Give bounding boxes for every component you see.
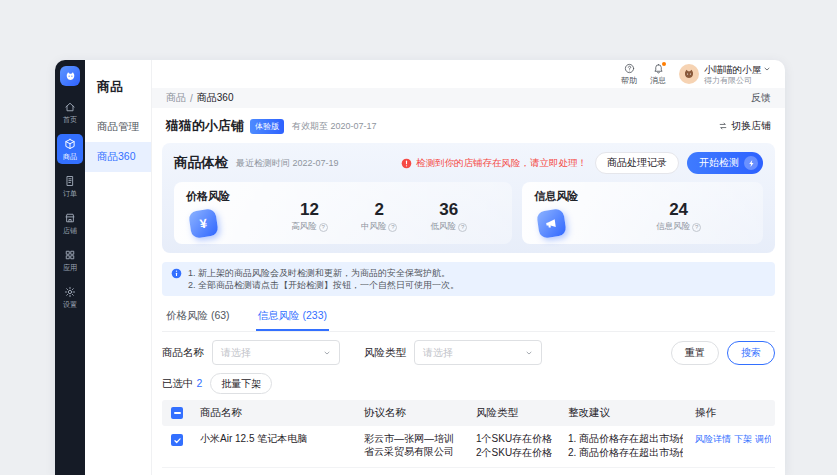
risk-tabs: 价格风险 (63) 信息风险 (233) (162, 302, 775, 332)
tab-price-risk[interactable]: 价格风险 (63) (164, 302, 232, 331)
health-card-actions: 检测到你的店铺存在风险，请立即处理！ 商品处理记录 开始检测 (401, 152, 763, 174)
filter-bar: 商品名称 请选择 风险类型 请选择 重置 搜索 (162, 340, 775, 365)
notice-banner: 1. 新上架的商品风险会及时检测和更新，为商品的安全保驾护航。 2. 全部商品检… (162, 262, 775, 296)
breadcrumb-root[interactable]: 商品 (166, 91, 186, 105)
tab-info-risk[interactable]: 信息风险 (233) (256, 302, 329, 331)
tooltip-question-icon[interactable] (458, 223, 467, 232)
risk-type-label: 风险类型 (364, 346, 406, 360)
page-content: 猫猫的小店铺 体验版 有效期至 2020-07-17 切换店铺 商品体检 最近检… (152, 108, 785, 475)
last-check-time: 最近检测时间 2022-07-19 (236, 157, 339, 170)
sidebar-item-label: 商品 (63, 153, 77, 161)
breadcrumb: 商品 / 商品360 反馈 (152, 88, 785, 108)
avatar (679, 64, 699, 84)
lightning-icon (744, 156, 758, 170)
notice-line: 2. 全部商品检测请点击【开始检测】按钮，一个自然日可使用一次。 (188, 279, 459, 291)
search-button[interactable]: 搜索 (727, 341, 775, 365)
sidebar-item-label: 首页 (63, 116, 77, 124)
check-icon (173, 436, 182, 445)
stat-label: 高风险 (291, 221, 317, 233)
select-all-checkbox[interactable] (171, 407, 183, 419)
messages-label: 消息 (650, 75, 666, 86)
chevron-down-icon (323, 349, 331, 357)
column-header-agreement: 协议名称 (356, 406, 468, 420)
notice-line: 1. 新上架的商品风险会及时检测和更新，为商品的安全保驾护航。 (188, 267, 459, 279)
sidebar-item-orders[interactable]: 订单 (57, 171, 83, 201)
sidebar-item-apps[interactable]: 应用 (57, 245, 83, 275)
sidebar-item-label: 店铺 (63, 227, 77, 235)
price-risk-stats: 12 高风险 2 中风险 (186, 201, 500, 233)
account-menu[interactable]: 小喵喵的小屋 得力有限公司 (679, 64, 771, 85)
stat-value: 24 (669, 201, 688, 219)
price-risk-panel: 价格风险 ¥ 12 高风险 (174, 182, 512, 244)
primary-sidebar: 首页 商品 订单 店铺 应用 设置 (55, 60, 85, 475)
offshelf-link[interactable]: 下架 (734, 432, 752, 446)
price-risk-title: 价格风险 (186, 189, 230, 204)
shop-validity: 有效期至 2020-07-17 (292, 120, 377, 133)
swap-icon (718, 121, 728, 131)
product-name-select[interactable]: 请选择 (212, 340, 340, 365)
order-icon (64, 175, 76, 187)
stat-medium-risk: 2 中风险 (361, 201, 398, 233)
company-name: 得力有限公司 (704, 76, 771, 85)
shop-badge: 体验版 (250, 119, 284, 134)
adjust-price-link[interactable]: 调价 (755, 432, 771, 446)
stat-value: 2 (374, 201, 383, 219)
chevron-down-icon (525, 349, 533, 357)
sidebar-item-settings[interactable]: 设置 (57, 282, 83, 312)
user-name: 小喵喵的小屋 (704, 64, 761, 75)
health-card-title: 商品体检 (174, 154, 228, 172)
tooltip-question-icon[interactable] (319, 223, 328, 232)
sidebar-item-home[interactable]: 首页 (57, 97, 83, 127)
select-placeholder: 请选择 (221, 346, 251, 360)
feedback-link[interactable]: 反馈 (751, 91, 771, 105)
stat-info-risk: 24 信息风险 (656, 201, 701, 233)
start-check-button[interactable]: 开始检测 (687, 152, 763, 174)
process-record-button[interactable]: 商品处理记录 (595, 152, 679, 174)
submenu-item-product-management[interactable]: 商品管理 (85, 112, 151, 142)
messages-button[interactable]: 消息 (650, 63, 666, 86)
home-icon (64, 101, 76, 113)
risk-detail-link[interactable]: 风险详情 (695, 432, 731, 446)
selection-bar: 已选中 2 批量下架 (162, 373, 775, 394)
notice-text: 1. 新上架的商品风险会及时检测和更新，为商品的安全保驾护航。 2. 全部商品检… (188, 267, 459, 291)
breadcrumb-separator: / (190, 93, 193, 104)
selected-count: 2 (196, 377, 202, 389)
products-table: 商品名称 协议名称 风险类型 整改建议 操作 小米Air 12.5 笔记本电脑 … (162, 400, 775, 475)
settings-icon (64, 286, 76, 298)
sidebar-item-label: 订单 (63, 190, 77, 198)
sidebar-item-products[interactable]: 商品 (57, 134, 83, 164)
topbar: 帮助 消息 小喵喵的小屋 得 (152, 60, 785, 88)
batch-offshelf-button[interactable]: 批量下架 (210, 373, 272, 394)
column-header-name: 商品名称 (192, 406, 356, 420)
cat-logo-icon (64, 70, 77, 83)
main-area: 帮助 消息 小喵喵的小屋 得 (152, 60, 785, 475)
product-icon (64, 138, 76, 150)
row-checkbox[interactable] (171, 434, 183, 446)
switch-shop-button[interactable]: 切换店铺 (718, 119, 771, 133)
tooltip-question-icon[interactable] (388, 223, 397, 232)
selected-text: 已选中 2 (162, 377, 202, 391)
agreement-name: 彩云市—张网—培训省云采贸易有限公司 (364, 432, 460, 458)
sidebar-item-shop[interactable]: 店铺 (57, 208, 83, 238)
risk-panels: 价格风险 ¥ 12 高风险 (174, 182, 763, 244)
info-icon (171, 268, 182, 279)
submenu-item-product-360[interactable]: 商品360 (85, 142, 151, 172)
help-button[interactable]: 帮助 (621, 63, 637, 86)
submenu-title: 商品 (85, 72, 151, 112)
reset-button[interactable]: 重置 (671, 341, 719, 365)
risk-type-line: 1个SKU存在价格高风险 (476, 432, 552, 446)
alert-icon (401, 158, 412, 169)
app-logo (60, 66, 80, 86)
risk-type-select[interactable]: 请选择 (414, 340, 542, 365)
stat-high-risk: 12 高风险 (291, 201, 328, 233)
health-card-header: 商品体检 最近检测时间 2022-07-19 检测到你的店铺存在风险，请立即处理… (174, 152, 763, 174)
stat-label: 中风险 (361, 221, 387, 233)
product-name-label: 商品名称 (162, 346, 204, 360)
chevron-down-icon (763, 65, 771, 73)
health-check-card: 商品体检 最近检测时间 2022-07-19 检测到你的店铺存在风险，请立即处理… (162, 143, 775, 253)
tooltip-question-icon[interactable] (692, 223, 701, 232)
sidebar-item-label: 应用 (63, 264, 77, 272)
notification-dot (662, 62, 666, 66)
apps-icon (64, 249, 76, 261)
table-header: 商品名称 协议名称 风险类型 整改建议 操作 (162, 400, 775, 426)
